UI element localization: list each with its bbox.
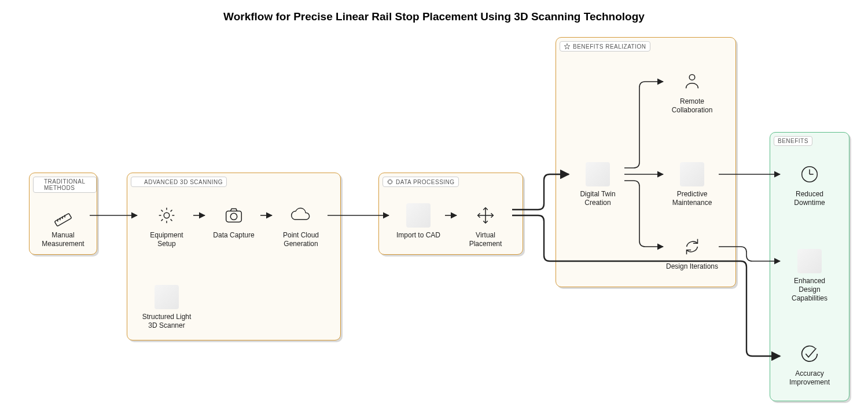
node-virtual: Virtual Placement [459,203,512,248]
node-predict: Predictive Maintenance [665,162,719,207]
node-label: Enhanced Design Capabilities [783,277,836,303]
cloud-icon [289,203,313,228]
node-label: Structured Light 3D Scanner [140,313,193,330]
chip-icon [387,178,393,185]
node-remote: Remote Collaboration [665,69,719,115]
svg-point-7 [230,213,237,219]
node-label: Design Iterations [665,262,719,271]
group-label-text: BENEFITS REALIZATION [573,43,646,50]
camera-icon [222,203,246,228]
svg-rect-6 [226,211,242,222]
svg-point-5 [164,213,170,218]
node-equip: Equipment Setup [140,203,193,248]
node-label: Equipment Setup [140,231,193,248]
node-design: Design Iterations [665,235,719,271]
node-label: Remote Collaboration [665,97,719,115]
group-label-benefits: BENEFITS [774,136,812,146]
group-label-text: BENEFITS [778,138,808,144]
ruler-icon [51,203,75,228]
star-icon [564,43,571,50]
svg-marker-15 [564,43,570,49]
tag-icon [135,178,142,185]
svg-rect-0 [54,213,71,226]
svg-rect-8 [388,180,392,184]
clock-icon [797,162,822,186]
group-label-scanning: ADVANCED 3D SCANNING [131,177,227,187]
node-label: Data Capture [207,231,260,240]
node-scanner: Structured Light 3D Scanner [140,285,193,330]
node-downtime: Reduced Downtime [783,162,836,207]
group-label-text: TRADITIONAL METHODS [44,178,93,191]
node-label: Digital Twin Creation [571,190,624,207]
group-label-processing: DATA PROCESSING [382,177,459,187]
predict-icon [680,162,704,186]
enhance-icon [797,249,822,273]
node-label: Point Cloud Generation [274,231,328,248]
node-cloud: Point Cloud Generation [274,203,328,248]
group-label-traditional: TRADITIONAL METHODS [33,177,97,193]
checkmark-icon [797,342,822,366]
twin-icon [586,162,610,186]
node-import: Import to CAD [392,203,445,240]
node-accuracy: Accuracy Improvement [783,342,836,387]
svg-point-16 [689,75,695,80]
node-manual: Manual Measurement [36,203,90,248]
node-twin: Digital Twin Creation [571,162,624,207]
group-label-text: ADVANCED 3D SCANNING [144,179,223,185]
people-icon [680,69,704,94]
tag-icon [37,181,42,188]
cycle-icon [680,235,704,259]
node-label: Reduced Downtime [783,190,836,207]
group-label-realization: BENEFITS REALIZATION [560,41,650,52]
node-label: Virtual Placement [459,231,512,248]
node-capture: Data Capture [207,203,260,240]
node-enhance: Enhanced Design Capabilities [783,249,836,303]
gear-icon [155,203,179,228]
node-label: Predictive Maintenance [665,190,719,207]
node-label: Import to CAD [392,231,445,240]
node-label: Manual Measurement [36,231,90,248]
scanner-icon [155,285,179,309]
group-label-text: DATA PROCESSING [396,179,455,185]
import-icon [406,203,431,228]
node-label: Accuracy Improvement [783,369,836,387]
move-arrows-icon [473,203,498,228]
page-title: Workflow for Precise Linear Rail Stop Pl… [0,10,868,23]
